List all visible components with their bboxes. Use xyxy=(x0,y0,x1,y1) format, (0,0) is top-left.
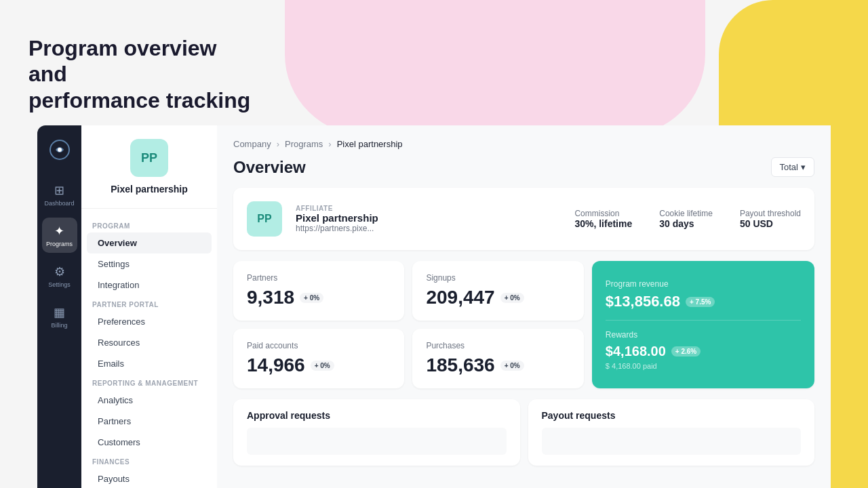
commission-value: 30%, lifetime xyxy=(574,218,632,229)
metric-label-signups: Signups xyxy=(426,273,570,283)
sidebar-menu-overview[interactable]: Overview xyxy=(87,232,212,253)
sidebar-menu-integration[interactable]: Integration xyxy=(87,274,212,296)
payout-requests-card: Payout requests xyxy=(528,399,815,466)
dashboard-icon: ⊞ xyxy=(54,183,64,198)
page-header: Program overview andperformance tracking xyxy=(28,35,259,113)
sidebar-light: PP Pixel partnership PROGRAM Overview Se… xyxy=(81,125,217,488)
breadcrumb-programs[interactable]: Programs xyxy=(285,139,323,149)
rewards-sub: $ 4,168.00 paid xyxy=(606,362,801,370)
overview-title: Overview xyxy=(233,158,306,177)
badge-signups: + 0% xyxy=(500,293,524,303)
sidebar-menu-payouts[interactable]: Payouts xyxy=(87,468,212,488)
metric-card-partners: Partners 9,318 + 0% xyxy=(233,261,404,321)
metric-value-purchases: 185,636 + 0% xyxy=(426,354,570,376)
payout-requests-title: Payout requests xyxy=(542,410,802,421)
section-label-finances: FINANCES xyxy=(81,453,217,468)
metric-value-partners: 9,318 + 0% xyxy=(247,287,391,308)
total-dropdown[interactable]: Total ▾ xyxy=(771,157,814,177)
programs-icon: ✦ xyxy=(54,224,64,239)
breadcrumb-current: Pixel partnership xyxy=(337,139,403,149)
affiliate-info: AFFILIATE Pixel partnership https://part… xyxy=(296,205,561,233)
sidebar-menu-emails[interactable]: Emails xyxy=(87,353,212,374)
sidebar-item-programs[interactable]: ✦ Programs xyxy=(42,218,77,253)
metric-card-program-revenue: Program revenue $13,856.68 + 7.5% Reward… xyxy=(592,261,814,388)
affiliate-stats: Commission 30%, lifetime Cookie lifetime… xyxy=(574,209,801,229)
breadcrumb-sep-1: › xyxy=(277,139,279,149)
app-logo xyxy=(46,136,73,163)
threshold-label: Payout threshold xyxy=(740,209,801,218)
metric-value-rewards: $4,168.00 + 2.6% xyxy=(606,344,801,359)
app-container: ⊞ Dashboard ✦ Programs ⚙ Settings ▦ Bill… xyxy=(37,125,831,488)
approval-requests-content xyxy=(247,428,507,455)
badge-revenue: + 7.5% xyxy=(686,297,715,307)
metric-label-rewards: Rewards xyxy=(606,330,801,340)
section-label-partner-portal: PARTNER PORTAL xyxy=(81,296,217,311)
program-header: PP Pixel partnership xyxy=(81,139,217,209)
sidebar-menu-partners[interactable]: Partners xyxy=(87,411,212,432)
badge-partners: + 0% xyxy=(300,293,323,303)
program-avatar: PP xyxy=(130,139,168,177)
affiliate-stat-commission: Commission 30%, lifetime xyxy=(574,209,632,229)
programs-label: Programs xyxy=(46,241,73,247)
metric-value-signups: 209,447 + 0% xyxy=(426,287,570,308)
main-content: Company › Programs › Pixel partnership O… xyxy=(217,125,831,488)
cookie-label: Cookie lifetime xyxy=(659,209,713,218)
affiliate-stat-cookie: Cookie lifetime 30 days xyxy=(659,209,713,229)
sidebar-menu-preferences[interactable]: Preferences xyxy=(87,311,212,332)
bg-pink-decoration xyxy=(285,0,705,136)
bottom-grid: Approval requests Payout requests xyxy=(233,399,814,466)
cookie-value: 30 days xyxy=(659,218,713,229)
badge-rewards: + 2.6% xyxy=(671,346,701,357)
sidebar-menu-customers[interactable]: Customers xyxy=(87,432,212,453)
affiliate-card: PP AFFILIATE Pixel partnership https://p… xyxy=(233,188,814,250)
metric-label-paid-accounts: Paid accounts xyxy=(247,341,391,350)
threshold-value: 50 USD xyxy=(740,218,801,229)
breadcrumb-sep-2: › xyxy=(328,139,331,149)
settings-label: Settings xyxy=(48,281,71,288)
sidebar-menu-settings[interactable]: Settings xyxy=(87,253,212,274)
badge-paid-accounts: + 0% xyxy=(311,361,334,371)
badge-purchases: + 0% xyxy=(500,361,524,371)
commission-label: Commission xyxy=(574,209,632,218)
sidebar-menu-analytics[interactable]: Analytics xyxy=(87,390,212,411)
metric-label-revenue: Program revenue xyxy=(606,279,801,289)
section-label-reporting: REPORTING & MANAGEMENT xyxy=(81,374,217,390)
approval-requests-title: Approval requests xyxy=(247,410,507,421)
section-label-program: PROGRAM xyxy=(81,217,217,232)
sidebar-menu-resources[interactable]: Resources xyxy=(87,332,212,353)
metric-value-paid-accounts: 14,966 + 0% xyxy=(247,354,391,376)
approval-requests-card: Approval requests xyxy=(233,399,520,466)
metric-card-paid-accounts: Paid accounts 14,966 + 0% xyxy=(233,329,404,388)
affiliate-type-label: AFFILIATE xyxy=(296,205,561,212)
svg-point-1 xyxy=(58,148,62,152)
overview-header: Overview Total ▾ xyxy=(233,157,814,177)
sidebar-item-settings[interactable]: ⚙ Settings xyxy=(42,258,77,293)
sidebar-dark: ⊞ Dashboard ✦ Programs ⚙ Settings ▦ Bill… xyxy=(37,125,81,488)
page-title: Program overview andperformance tracking xyxy=(28,35,259,113)
metric-label-purchases: Purchases xyxy=(426,341,570,350)
payout-requests-content xyxy=(542,428,802,455)
dashboard-label: Dashboard xyxy=(44,200,74,207)
metric-card-signups: Signups 209,447 + 0% xyxy=(412,261,583,321)
sidebar-item-billing[interactable]: ▦ Billing xyxy=(42,299,77,334)
sidebar-item-dashboard[interactable]: ⊞ Dashboard xyxy=(42,177,77,212)
affiliate-stat-threshold: Payout threshold 50 USD xyxy=(740,209,801,229)
billing-icon: ▦ xyxy=(54,305,65,320)
billing-label: Billing xyxy=(51,322,67,329)
affiliate-name: Pixel partnership xyxy=(296,212,561,224)
breadcrumb: Company › Programs › Pixel partnership xyxy=(233,139,814,149)
affiliate-avatar: PP xyxy=(247,201,282,237)
chevron-down-icon: ▾ xyxy=(801,162,806,172)
metric-card-purchases: Purchases 185,636 + 0% xyxy=(412,329,583,388)
metrics-grid: Partners 9,318 + 0% Signups 209,447 + 0%… xyxy=(233,261,814,388)
breadcrumb-company[interactable]: Company xyxy=(233,139,271,149)
metric-value-revenue: $13,856.68 + 7.5% xyxy=(606,293,801,310)
settings-icon: ⚙ xyxy=(54,264,65,279)
total-label: Total xyxy=(780,162,798,172)
program-name: Pixel partnership xyxy=(111,184,188,195)
affiliate-url[interactable]: https://partners.pixe... xyxy=(296,224,561,233)
metric-label-partners: Partners xyxy=(247,273,391,283)
